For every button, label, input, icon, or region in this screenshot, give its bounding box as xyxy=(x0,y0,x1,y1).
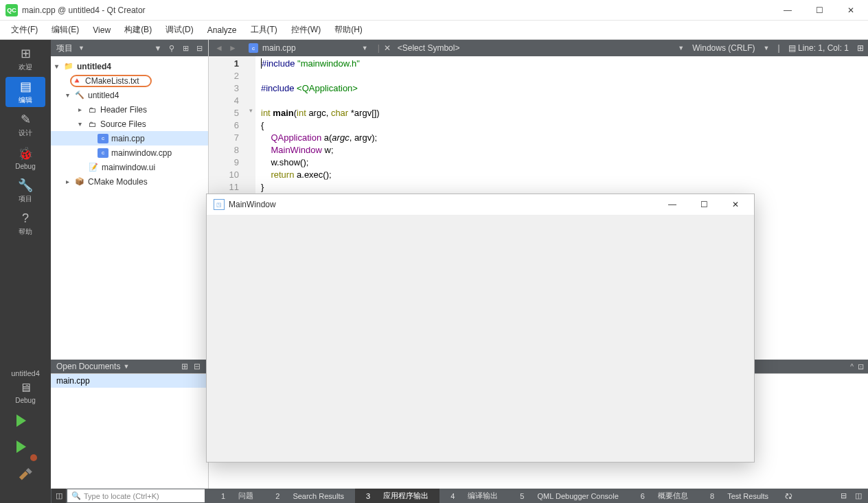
run-button[interactable] xyxy=(16,414,34,432)
add-split-icon[interactable]: ⊞ xyxy=(179,362,190,371)
close-pane-icon[interactable]: ⊟ xyxy=(193,42,205,54)
search-icon: 🔍 xyxy=(71,491,81,500)
question-icon: ? xyxy=(22,211,29,226)
popup-title: MainWindow xyxy=(229,200,276,209)
monitor-icon: 🖥 xyxy=(19,381,32,395)
project-pane-header: 项目 ▼ ▼ ⚲ ⊞ ⊟ xyxy=(51,40,208,56)
minimize-button[interactable]: — xyxy=(772,0,803,21)
edit-icon: ▤ xyxy=(20,79,32,94)
tree-mainwindow-ui[interactable]: 📝mainwindow.ui xyxy=(51,160,208,174)
output-tab-qml[interactable]: 5 QML Debugger Console xyxy=(509,489,629,503)
maximize-button[interactable]: ☐ xyxy=(803,0,835,21)
open-documents-title[interactable]: Open Documents xyxy=(56,362,120,371)
output-tab-test[interactable]: 8 Test Results xyxy=(699,489,779,503)
folder-icon: 🗀 xyxy=(87,105,98,115)
popup-client-area[interactable] xyxy=(207,215,754,462)
app-window-icon: ◳ xyxy=(214,199,225,210)
open-doc-item[interactable]: main.cpp xyxy=(51,374,208,388)
toggle-sidebar-button[interactable]: ◫ xyxy=(52,489,66,503)
cpp-file-icon: c xyxy=(249,43,258,53)
tree-headers[interactable]: ▸🗀Header Files xyxy=(51,102,208,117)
menu-file[interactable]: 文件(F) xyxy=(5,21,43,38)
hammer-icon: 🔨 xyxy=(74,91,85,100)
project-pane: 项目 ▼ ▼ ⚲ ⊞ ⊟ ▾📁untitled4 🔺CMakeLists.txt… xyxy=(51,40,209,489)
collapse-icon[interactable]: ^ xyxy=(850,363,854,371)
tree-cmake-modules[interactable]: ▸📦CMake Modules xyxy=(51,174,208,189)
nav-fwd-button[interactable]: ► xyxy=(227,42,239,54)
cpp-file-icon: c xyxy=(98,148,108,158)
open-documents-header: Open Documents ▼ ⊞⊟ xyxy=(51,360,208,373)
project-tree[interactable]: ▾📁untitled4 🔺CMakeLists.txt ▾🔨untitled4 … xyxy=(51,56,208,360)
menu-view[interactable]: View xyxy=(87,23,116,38)
cursor-position[interactable]: ▤ Line: 1, Col: 1 xyxy=(788,43,849,53)
output-tab-general[interactable]: 6 概要信息 xyxy=(630,489,699,503)
mode-edit[interactable]: ▤编辑 xyxy=(5,77,45,107)
tree-sources[interactable]: ▾🗀Source Files xyxy=(51,117,208,131)
build-button[interactable] xyxy=(16,467,34,484)
bug-icon: 🐞 xyxy=(18,146,33,161)
toggle-output-icon[interactable]: ◫ xyxy=(852,491,865,500)
menu-tools[interactable]: 工具(T) xyxy=(245,21,283,38)
mode-debugmode[interactable]: 🐞Debug xyxy=(5,143,45,173)
menu-build[interactable]: 构建(B) xyxy=(119,21,157,38)
filter-icon[interactable]: ▼ xyxy=(152,42,164,54)
output-tab-more[interactable]: 🗘 xyxy=(779,489,798,503)
locator-input[interactable]: 🔍Type to locate (Ctrl+K) xyxy=(67,489,205,502)
cmake-file-icon: 🔺 xyxy=(71,76,82,86)
mode-design[interactable]: ✎设计 xyxy=(5,110,45,140)
tree-mainwindow-cpp[interactable]: cmainwindow.cpp xyxy=(51,145,208,160)
package-icon: 📦 xyxy=(74,177,85,187)
close-pane-icon[interactable]: ⊟ xyxy=(192,362,203,371)
editor-toolbar: ◄ ► c main.cpp ▼ | ✕ <Select Symbol> ▼ xyxy=(209,40,868,56)
project-pane-title[interactable]: 项目 xyxy=(51,43,78,54)
run-debug-button[interactable] xyxy=(16,441,34,458)
tree-target[interactable]: ▾🔨untitled4 xyxy=(51,88,208,102)
popup-minimize-button[interactable]: — xyxy=(656,194,688,215)
expand-icon[interactable]: ⊡ xyxy=(858,362,864,371)
mode-selector: ⊞欢迎 ▤编辑 ✎设计 🐞Debug 🔧项目 ?帮助 untitled4 🖥De… xyxy=(0,40,51,489)
menubar: 文件(F) 编辑(E) View 构建(B) 调试(D) Analyze 工具(… xyxy=(0,21,868,40)
running-app-window[interactable]: ◳ MainWindow — ☐ ✕ xyxy=(206,194,755,463)
kit-selector-project[interactable]: untitled4 xyxy=(0,369,51,377)
output-tab-search[interactable]: 2 Search Results xyxy=(264,489,355,503)
add-split-icon[interactable]: ⊞ xyxy=(179,42,192,54)
open-documents-list[interactable]: main.cpp xyxy=(51,373,208,489)
kit-selector-target[interactable]: 🖥Debug xyxy=(5,377,45,408)
menu-help[interactable]: 帮助(H) xyxy=(329,21,368,38)
mode-help[interactable]: ?帮助 xyxy=(5,209,45,239)
tree-root[interactable]: ▾📁untitled4 xyxy=(51,59,208,73)
mode-welcome[interactable]: ⊞欢迎 xyxy=(5,44,45,74)
titlebar: QC main.cpp @ untitled4 - Qt Creator — ☐… xyxy=(0,0,868,21)
window-title: main.cpp @ untitled4 - Qt Creator xyxy=(22,5,146,15)
grid-icon: ⊞ xyxy=(21,46,31,61)
popup-close-button[interactable]: ✕ xyxy=(720,194,751,215)
output-tab-issues[interactable]: 1 问题 xyxy=(210,489,264,503)
folder-icon: 📁 xyxy=(63,62,74,71)
tree-cmakelists[interactable]: 🔺CMakeLists.txt xyxy=(51,73,208,88)
mode-projects[interactable]: 🔧项目 xyxy=(5,176,45,206)
link-icon[interactable]: ⚲ xyxy=(165,42,178,54)
menu-analyze[interactable]: Analyze xyxy=(202,23,242,38)
popup-maximize-button[interactable]: ☐ xyxy=(688,194,720,215)
close-button[interactable]: ✕ xyxy=(835,0,867,21)
menu-debug[interactable]: 调试(D) xyxy=(160,21,199,38)
tree-main-cpp[interactable]: cmain.cpp xyxy=(51,131,208,145)
output-tab-appoutput[interactable]: 3 应用程序输出 xyxy=(355,489,439,503)
file-selector[interactable]: c main.cpp ▼ xyxy=(243,43,374,53)
statusbar: ◫ 🔍Type to locate (Ctrl+K) 1 问题 2 Search… xyxy=(0,489,868,503)
menu-edit[interactable]: 编辑(E) xyxy=(46,21,84,38)
split-editor-icon[interactable]: ⊞ xyxy=(857,43,864,53)
symbol-selector[interactable]: <Select Symbol> xyxy=(391,43,467,53)
line-ending-selector[interactable]: Windows (CRLF) xyxy=(692,43,755,53)
output-tab-compile[interactable]: 4 编译输出 xyxy=(439,489,509,503)
folder-icon: 🗀 xyxy=(87,119,98,129)
close-editor-button[interactable]: ✕ xyxy=(384,43,391,53)
cpp-file-icon: c xyxy=(98,134,108,143)
menu-widgets[interactable]: 控件(W) xyxy=(286,21,326,38)
wrench-icon: 🔧 xyxy=(18,178,33,193)
nav-back-button[interactable]: ◄ xyxy=(213,42,225,54)
app-logo-icon: QC xyxy=(5,4,18,16)
pencil-icon: ✎ xyxy=(21,112,31,127)
toggle-right-sidebar-icon[interactable]: ⊟ xyxy=(836,491,850,500)
popup-titlebar[interactable]: ◳ MainWindow — ☐ ✕ xyxy=(207,194,754,215)
